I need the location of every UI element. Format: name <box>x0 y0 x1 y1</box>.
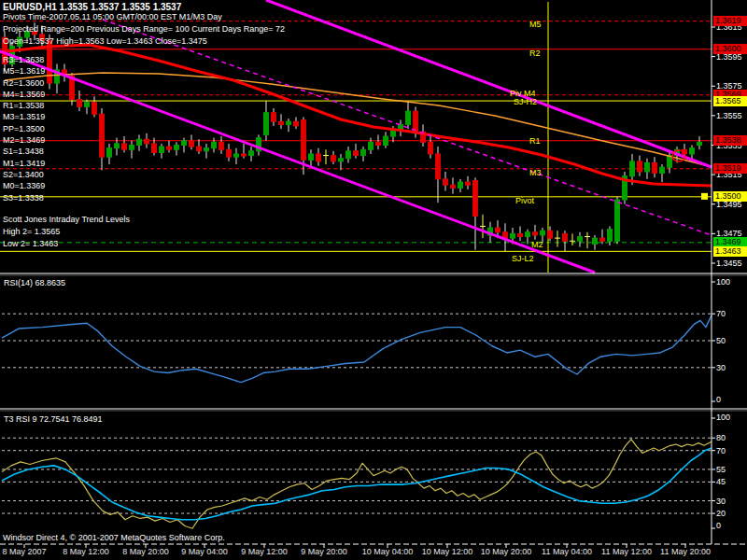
candle-body <box>444 179 448 185</box>
candle-body <box>122 144 127 149</box>
candle-body <box>600 238 605 241</box>
candle-body <box>85 103 90 107</box>
candle-body <box>473 180 478 216</box>
candle-body <box>533 232 538 235</box>
candle-body <box>137 139 142 145</box>
plot-label-m2: M2 <box>531 240 543 250</box>
candle-body <box>317 154 321 161</box>
price-badge: 1.3538 <box>713 135 747 146</box>
candle-body <box>436 154 441 179</box>
pivot-level-text: R2=1.3600 <box>3 78 45 90</box>
pivot-level-text: M2=1.3469 <box>3 135 45 147</box>
candle-body <box>190 141 194 147</box>
candle-body <box>182 141 187 146</box>
candle-body <box>167 147 172 149</box>
t3-scale-label: 0 <box>716 521 721 530</box>
candle-body <box>272 113 276 121</box>
candle-body <box>264 113 269 135</box>
candle-body <box>593 238 598 244</box>
t3-scale-label: 20 <box>716 509 726 518</box>
candle-body <box>518 233 523 236</box>
trend-levels-title: Scott Jones Intraday Trend Levels <box>3 215 130 225</box>
candle-body <box>197 147 202 151</box>
candle-body <box>578 237 583 242</box>
candle-body <box>458 182 463 188</box>
price-scale-label: 1.3455 <box>716 259 742 268</box>
rsi-scale-label: 70 <box>716 309 726 318</box>
candle-body <box>204 148 209 151</box>
pp-edge-marker <box>701 193 708 200</box>
chart-window: EURUSD,H1 1.3535 1.3537 1.3535 1.3537 Pi… <box>0 0 747 560</box>
candle-body <box>451 185 456 188</box>
rsi-scale-label: 0 <box>716 395 721 404</box>
price-badge: 1.3519 <box>713 163 747 174</box>
channel-upper <box>266 0 712 167</box>
pivot-level-text: S2=1.3400 <box>3 170 45 181</box>
candle-body <box>302 120 306 161</box>
plot-label-r2: R2 <box>529 49 541 59</box>
candle-body <box>354 151 359 156</box>
candle-body <box>406 111 411 124</box>
pivot-level-text: M4=1.3569 <box>3 90 45 101</box>
pivot-level-text: M1=1.3419 <box>3 159 45 170</box>
candle-body <box>234 154 239 157</box>
pivot-level-text: M5=1.3619 <box>3 66 45 77</box>
t3-scale-label: 30 <box>716 497 726 506</box>
price-badge: 1.3565 <box>713 96 747 106</box>
pivot-level-text: M3=1.3519 <box>3 112 45 123</box>
candle-body <box>227 149 232 157</box>
pivot-levels-list: R3=1.3638M5=1.3619R2=1.3600M4=1.3569R1=1… <box>3 55 45 204</box>
range-info: Projected Range=200 Previous Days Range=… <box>3 24 285 35</box>
plot-label-sj-h2: SJ-H2 <box>514 97 537 107</box>
candle-body <box>160 147 164 152</box>
candle-body <box>466 182 471 185</box>
candle-body <box>526 232 530 237</box>
t3-scale-label: 55 <box>716 465 726 474</box>
price-badge: 1.3619 <box>713 16 747 26</box>
pivot-level-text: R1=1.3538 <box>3 101 45 112</box>
pivot-level-text: M0=1.3369 <box>3 181 45 192</box>
plot-label-m5: M5 <box>529 20 542 30</box>
candle-body <box>653 162 657 173</box>
chart-canvas[interactable] <box>0 0 747 560</box>
pivots-time-info: Pivots Time-2007.05.11 05:00 GMT/00:00 E… <box>3 12 222 22</box>
ohlc-info: Open=1.3537 High=1.3563 Low=1.3463 Close… <box>3 36 207 47</box>
candle-body <box>346 151 351 159</box>
candle-body <box>496 228 500 232</box>
price-badge: 1.3463 <box>713 246 747 257</box>
candle-body <box>242 154 247 156</box>
t3-fast <box>2 440 712 529</box>
candle-body <box>294 121 299 126</box>
ma-red <box>0 45 712 186</box>
candle-body <box>429 142 433 154</box>
candle-body <box>638 161 642 172</box>
candle-body <box>107 148 112 157</box>
candle-body <box>384 136 388 145</box>
rsi-indicator-label: RSI(14) 68.8635 <box>4 278 65 288</box>
candle-body <box>175 145 179 149</box>
pivot-level-text: R3=1.3638 <box>3 55 45 66</box>
candle-body <box>115 144 120 148</box>
candle-body <box>152 144 157 152</box>
t3-scale-label: 70 <box>716 446 726 455</box>
candle-body <box>279 121 284 124</box>
candle-body <box>369 142 374 149</box>
candle-body <box>212 142 217 147</box>
pivot-level-text: S3=1.3338 <box>3 193 45 204</box>
candle-body <box>130 145 134 149</box>
candle-body <box>668 156 672 168</box>
candle-body <box>309 154 314 160</box>
candle-body <box>608 230 613 242</box>
pivot-level-text: S1=1.3438 <box>3 147 45 158</box>
time-axis-label: 11 May 20:00 <box>643 547 727 556</box>
candle-body <box>698 142 702 145</box>
candle-body <box>78 99 82 106</box>
candle-body <box>548 231 553 238</box>
copyright-text: Windsor Direct 4, © 2001-2007 MetaQuotes… <box>3 533 225 543</box>
candle-body <box>361 149 366 155</box>
plot-label-pivot: Pivot <box>515 196 534 206</box>
candle-body <box>391 131 396 136</box>
plot-label-r1: R1 <box>529 136 541 147</box>
trend-high2-label: High 2= 1.3565 <box>3 227 60 237</box>
candle-body <box>615 200 620 241</box>
